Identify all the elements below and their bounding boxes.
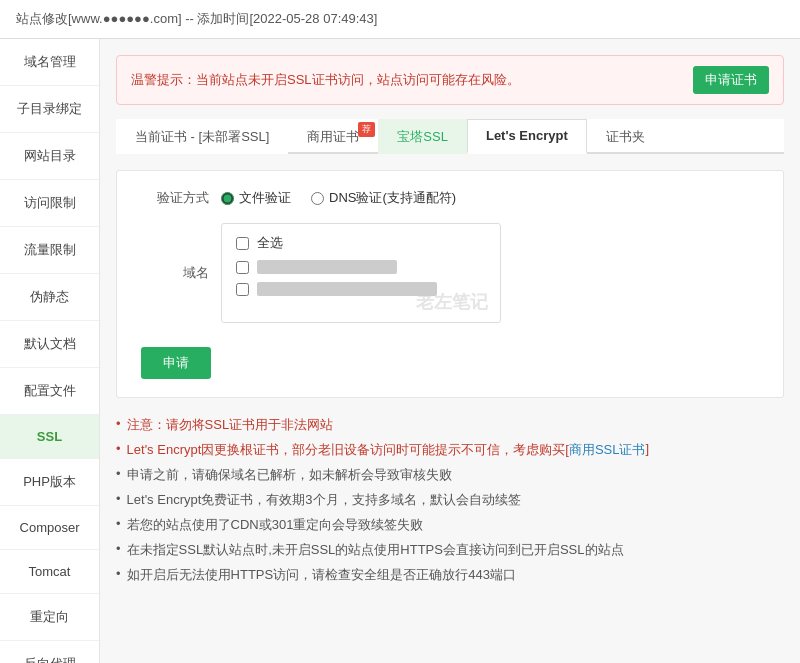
domain2-row — [236, 282, 486, 296]
sidebar-item-pseudo-static[interactable]: 伪静态 — [0, 274, 99, 321]
domain-row: 域名 全选 老左笔记 — [141, 223, 759, 323]
sidebar-item-access-limit[interactable]: 访问限制 — [0, 180, 99, 227]
note1: 注意：请勿将SSL证书用于非法网站 — [116, 416, 784, 434]
radio-group: 文件验证 DNS验证(支持通配符) — [221, 189, 456, 207]
sidebar-item-traffic-limit[interactable]: 流量限制 — [0, 227, 99, 274]
tab-commercial-cert[interactable]: 商用证书荐 — [288, 119, 378, 154]
domain2-checkbox[interactable] — [236, 283, 249, 296]
domain-box: 全选 老左笔记 — [221, 223, 501, 323]
dns-verification-option[interactable]: DNS验证(支持通配符) — [311, 189, 456, 207]
tab-lets-encrypt[interactable]: Let's Encrypt — [467, 119, 587, 154]
note6: 在未指定SSL默认站点时,未开启SSL的站点使用HTTPS会直接访问到已开启SS… — [116, 541, 784, 559]
content-panel: 验证方式 文件验证 DNS验证(支持通配符) 域名 — [116, 170, 784, 398]
sidebar: 域名管理子目录绑定网站目录访问限制流量限制伪静态默认文档配置文件SSLPHP版本… — [0, 39, 100, 663]
domain1-checkbox[interactable] — [236, 261, 249, 274]
main-content: 温警提示：当前站点未开启SSL证书访问，站点访问可能存在风险。 申请证书 当前证… — [100, 39, 800, 663]
domain1-text — [257, 260, 397, 274]
domain2-text — [257, 282, 437, 296]
dns-verification-radio[interactable] — [311, 192, 324, 205]
tab-cert-folder[interactable]: 证书夹 — [587, 119, 664, 154]
sidebar-item-domain-manage[interactable]: 域名管理 — [0, 39, 99, 86]
title-text: 站点修改[www.●●●●●●.com] -- 添加时间[2022-05-28 … — [16, 11, 377, 26]
sidebar-item-site-dir[interactable]: 网站目录 — [0, 133, 99, 180]
title-bar: 站点修改[www.●●●●●●.com] -- 添加时间[2022-05-28 … — [0, 0, 800, 39]
warning-text: 温警提示：当前站点未开启SSL证书访问，站点访问可能存在风险。 — [131, 71, 520, 89]
submit-button[interactable]: 申请 — [141, 347, 211, 379]
sidebar-item-redirect[interactable]: 重定向 — [0, 594, 99, 641]
commercial-ssl-link[interactable]: 商用SSL证书 — [569, 441, 646, 459]
note4: Let's Encrypt免费证书，有效期3个月，支持多域名，默认会自动续签 — [116, 491, 784, 509]
notes-section: 注意：请勿将SSL证书用于非法网站Let's Encrypt因更换根证书，部分老… — [116, 416, 784, 584]
note5: 若您的站点使用了CDN或301重定向会导致续签失败 — [116, 516, 784, 534]
note3: 申请之前，请确保域名已解析，如未解析会导致审核失败 — [116, 466, 784, 484]
file-verification-option[interactable]: 文件验证 — [221, 189, 291, 207]
apply-cert-button[interactable]: 申请证书 — [693, 66, 769, 94]
sidebar-item-subdir-bind[interactable]: 子目录绑定 — [0, 86, 99, 133]
domain1-row — [236, 260, 486, 274]
sidebar-item-php-version[interactable]: PHP版本 — [0, 459, 99, 506]
verification-label: 验证方式 — [141, 189, 221, 207]
sidebar-item-ssl[interactable]: SSL — [0, 415, 99, 459]
note2: Let's Encrypt因更换根证书，部分老旧设备访问时可能提示不可信，考虑购… — [116, 441, 784, 459]
file-verification-radio[interactable] — [221, 192, 234, 205]
sidebar-item-config-file[interactable]: 配置文件 — [0, 368, 99, 415]
select-all-row: 全选 — [236, 234, 486, 252]
file-verification-label: 文件验证 — [239, 189, 291, 207]
sidebar-item-tomcat[interactable]: Tomcat — [0, 550, 99, 594]
sidebar-item-composer[interactable]: Composer — [0, 506, 99, 550]
dns-verification-label: DNS验证(支持通配符) — [329, 189, 456, 207]
warning-bar: 温警提示：当前站点未开启SSL证书访问，站点访问可能存在风险。 申请证书 — [116, 55, 784, 105]
select-all-label: 全选 — [257, 234, 283, 252]
tab-current-cert[interactable]: 当前证书 - [未部署SSL] — [116, 119, 288, 154]
note7: 如开启后无法使用HTTPS访问，请检查安全组是否正确放行443端口 — [116, 566, 784, 584]
sidebar-item-default-doc[interactable]: 默认文档 — [0, 321, 99, 368]
verification-row: 验证方式 文件验证 DNS验证(支持通配符) — [141, 189, 759, 207]
tab-baota-ssl[interactable]: 宝塔SSL — [378, 119, 467, 154]
sidebar-item-reverse-proxy[interactable]: 反向代理 — [0, 641, 99, 663]
domain-label: 域名 — [141, 264, 221, 282]
tabs-container: 当前证书 - [未部署SSL]商用证书荐宝塔SSLLet's Encrypt证书… — [116, 119, 784, 154]
select-all-checkbox[interactable] — [236, 237, 249, 250]
